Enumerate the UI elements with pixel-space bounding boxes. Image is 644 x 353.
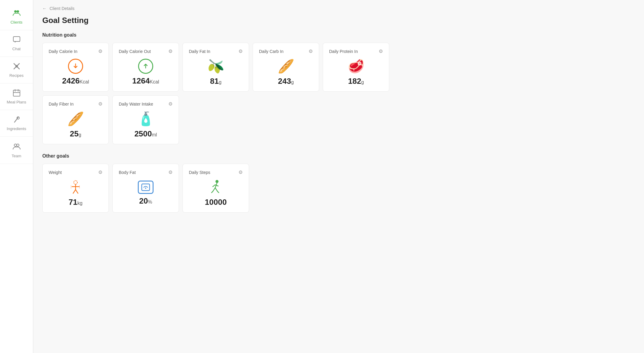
svg-point-1	[17, 10, 19, 13]
body-fat-icon	[138, 181, 154, 194]
value-water-intake: 2500ml	[134, 129, 157, 139]
card-body-fiber-in: 🥖 25g	[49, 111, 102, 139]
card-title-calorie-out: Daily Calorie Out	[119, 49, 151, 54]
card-daily-calorie-out: Daily Calorie Out ⚙ 1264Kcal	[112, 43, 179, 92]
card-title-carb-in: Daily Carb In	[259, 49, 283, 54]
gear-icon-protein-in[interactable]: ⚙	[379, 48, 383, 54]
clients-icon	[12, 8, 21, 19]
card-daily-calorie-in: Daily Calorie In ⚙ 2426Kcal	[42, 43, 109, 92]
card-header-water-intake: Daily Water Intake ⚙	[119, 101, 173, 107]
sidebar-item-team[interactable]: Team	[0, 137, 33, 164]
card-header-calorie-in: Daily Calorie In ⚙	[49, 48, 102, 54]
calorie-out-icon	[138, 59, 153, 74]
value-fat-in: 81g	[210, 77, 222, 86]
card-body-water-intake: 🧴 2500ml	[119, 111, 173, 139]
sidebar-item-ingredients[interactable]: Ingredients	[0, 110, 33, 137]
svg-point-25	[145, 188, 146, 189]
card-title-daily-steps: Daily Steps	[189, 170, 210, 175]
card-header-fat-in: Daily Fat In ⚙	[189, 48, 243, 54]
value-calorie-out: 1264Kcal	[132, 76, 159, 86]
card-body-daily-steps: 10000	[189, 179, 243, 207]
calorie-in-icon	[68, 59, 83, 74]
svg-point-15	[74, 181, 77, 184]
sidebar-item-chat[interactable]: Chat	[0, 30, 33, 57]
gear-icon-weight[interactable]: ⚙	[98, 169, 102, 175]
gear-icon-fiber-in[interactable]: ⚙	[98, 101, 102, 107]
water-icon: 🧴	[138, 111, 154, 127]
card-header-daily-steps: Daily Steps ⚙	[189, 169, 243, 175]
card-body-protein-in: 🥩 182g	[329, 58, 383, 86]
main-content: ← Client Details Goal Setting Nutrition …	[33, 0, 644, 353]
breadcrumb[interactable]: ← Client Details	[42, 6, 635, 11]
card-title-fiber-in: Daily Fiber In	[49, 102, 73, 106]
fat-icon: 🫒	[208, 58, 224, 74]
nutrition-goals-grid-2: Daily Fiber In ⚙ 🥖 25g Daily Water Intak…	[42, 95, 635, 144]
gear-icon-daily-steps[interactable]: ⚙	[238, 169, 243, 175]
sidebar-item-clients[interactable]: Clients	[0, 3, 33, 30]
svg-rect-24	[142, 184, 150, 191]
sidebar-label-clients: Clients	[11, 20, 23, 25]
gear-icon-carb-in[interactable]: ⚙	[309, 48, 313, 54]
fiber-icon: 🥖	[67, 111, 84, 127]
card-daily-steps: Daily Steps ⚙	[183, 164, 249, 213]
card-weight: Weight ⚙	[42, 164, 109, 213]
other-goals-grid: Weight ⚙	[42, 164, 635, 213]
value-body-fat: 20%	[139, 196, 152, 206]
card-body-body-fat: 20%	[119, 179, 173, 207]
svg-point-11	[14, 144, 17, 146]
back-arrow-icon: ←	[42, 6, 47, 11]
carb-icon: 🥖	[278, 58, 294, 74]
sidebar: Clients Chat Recipes	[0, 0, 33, 353]
svg-point-0	[14, 10, 17, 13]
meal-plans-icon	[13, 89, 21, 99]
card-daily-carb-in: Daily Carb In ⚙ 🥖 243g	[253, 43, 319, 92]
card-header-carb-in: Daily Carb In ⚙	[259, 48, 313, 54]
weight-icon	[68, 179, 83, 195]
card-title-water-intake: Daily Water Intake	[119, 102, 153, 106]
card-daily-protein-in: Daily Protein In ⚙ 🥩 182g	[323, 43, 389, 92]
card-title-protein-in: Daily Protein In	[329, 49, 358, 54]
card-body-calorie-in: 2426Kcal	[49, 58, 102, 86]
value-weight: 71kg	[69, 198, 83, 207]
page-title: Goal Setting	[42, 16, 635, 25]
protein-icon: 🥩	[348, 58, 364, 74]
card-title-weight: Weight	[49, 170, 62, 175]
svg-rect-6	[13, 90, 20, 96]
card-title-calorie-in: Daily Calorie In	[49, 49, 77, 54]
gear-icon-calorie-in[interactable]: ⚙	[98, 48, 102, 54]
svg-line-19	[76, 190, 78, 193]
recipes-icon	[13, 62, 21, 72]
card-body-fat-in: 🫒 81g	[189, 58, 243, 86]
card-header-protein-in: Daily Protein In ⚙	[329, 48, 383, 54]
card-daily-fiber-in: Daily Fiber In ⚙ 🥖 25g	[42, 95, 109, 144]
sidebar-label-recipes: Recipes	[9, 73, 24, 78]
other-section-title: Other goals	[42, 153, 635, 159]
value-daily-steps: 10000	[205, 198, 227, 207]
sidebar-label-ingredients: Ingredients	[7, 126, 26, 131]
value-calorie-in: 2426Kcal	[62, 76, 89, 86]
gear-icon-fat-in[interactable]: ⚙	[238, 48, 243, 54]
card-body-carb-in: 🥖 243g	[259, 58, 313, 86]
breadcrumb-text: Client Details	[50, 6, 74, 11]
card-title-body-fat: Body Fat	[119, 170, 136, 175]
value-carb-in: 243g	[278, 77, 294, 86]
ingredients-icon	[13, 116, 21, 125]
sidebar-label-meal-plans: Meal Plans	[7, 100, 26, 104]
card-body-weight: 71kg	[49, 179, 102, 207]
gear-icon-water-intake[interactable]: ⚙	[168, 101, 173, 107]
svg-line-18	[73, 190, 76, 193]
card-daily-fat-in: Daily Fat In ⚙ 🫒 81g	[183, 43, 249, 92]
nutrition-section-title: Nutrition goals	[42, 32, 635, 38]
gear-icon-calorie-out[interactable]: ⚙	[168, 48, 173, 54]
card-title-fat-in: Daily Fat In	[189, 49, 210, 54]
steps-icon	[209, 179, 223, 195]
sidebar-item-meal-plans[interactable]: Meal Plans	[0, 83, 33, 110]
sidebar-item-recipes[interactable]: Recipes	[0, 57, 33, 83]
card-header-weight: Weight ⚙	[49, 169, 102, 175]
nutrition-goals-grid: Daily Calorie In ⚙ 2426Kcal Daily Ca	[42, 43, 635, 92]
svg-rect-2	[13, 37, 20, 41]
sidebar-label-team: Team	[12, 154, 21, 158]
svg-point-26	[215, 180, 218, 183]
card-body-fat: Body Fat ⚙ 20%	[112, 164, 179, 213]
gear-icon-body-fat[interactable]: ⚙	[168, 169, 173, 175]
